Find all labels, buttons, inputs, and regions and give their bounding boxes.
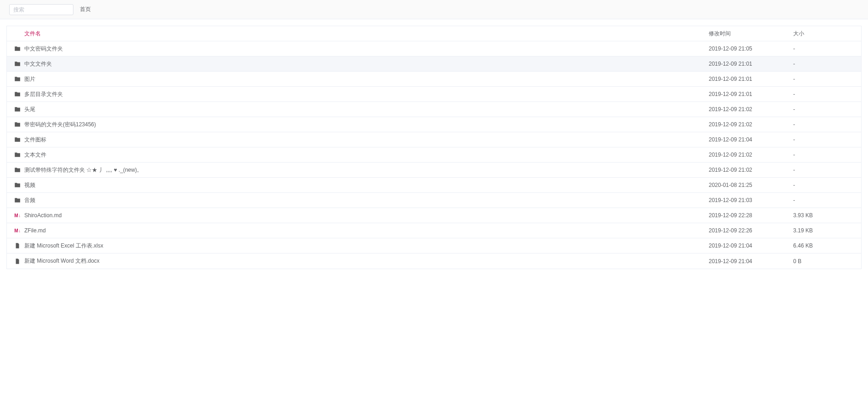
table-row[interactable]: 图片2019-12-09 21:01- bbox=[7, 72, 861, 87]
table-row[interactable]: 测试带特殊字符的文件夹 ☆★ 丿 ,,,, ♥ ._(new)。2019-12-… bbox=[7, 163, 861, 178]
row-icon bbox=[11, 242, 24, 249]
folder-icon bbox=[14, 91, 21, 97]
row-mtime: 2019-12-09 21:01 bbox=[709, 61, 793, 67]
row-mtime: 2020-01-08 21:25 bbox=[709, 182, 793, 188]
row-name: 新建 Microsoft Word 文档.docx bbox=[24, 257, 709, 265]
row-size: - bbox=[793, 91, 857, 97]
folder-icon bbox=[14, 197, 21, 203]
row-icon: M↓ bbox=[11, 213, 24, 218]
row-icon bbox=[11, 91, 24, 97]
row-mtime: 2019-12-09 21:04 bbox=[709, 258, 793, 265]
row-icon bbox=[11, 106, 24, 113]
table-row[interactable]: 中文密码文件夹2019-12-09 21:05- bbox=[7, 41, 861, 56]
row-mtime: 2019-12-09 21:01 bbox=[709, 91, 793, 97]
table-row[interactable]: 头尾2019-12-09 21:02- bbox=[7, 102, 861, 117]
breadcrumb-home[interactable]: 首页 bbox=[80, 6, 91, 13]
table-row[interactable]: 音频2019-12-09 21:03- bbox=[7, 193, 861, 208]
row-name: 新建 Microsoft Excel 工作表.xlsx bbox=[24, 242, 709, 250]
row-icon bbox=[11, 152, 24, 158]
row-mtime: 2019-12-09 21:02 bbox=[709, 121, 793, 128]
table-row[interactable]: 多层目录文件夹2019-12-09 21:01- bbox=[7, 87, 861, 102]
row-mtime: 2019-12-09 21:02 bbox=[709, 152, 793, 158]
row-icon bbox=[11, 136, 24, 143]
top-bar: 首页 bbox=[0, 0, 868, 19]
row-icon bbox=[11, 121, 24, 128]
row-size: - bbox=[793, 61, 857, 67]
row-mtime: 2019-12-09 21:01 bbox=[709, 76, 793, 82]
row-size: 0 B bbox=[793, 258, 857, 265]
row-mtime: 2019-12-09 22:28 bbox=[709, 212, 793, 219]
row-name: 带密码的文件夹(密码123456) bbox=[24, 121, 709, 129]
row-icon bbox=[11, 258, 24, 265]
row-size: - bbox=[793, 152, 857, 158]
row-icon bbox=[11, 45, 24, 52]
row-size: - bbox=[793, 136, 857, 143]
table-row[interactable]: 文件图标2019-12-09 21:04- bbox=[7, 132, 861, 147]
file-icon bbox=[14, 258, 21, 265]
folder-icon bbox=[14, 182, 21, 188]
row-size: 3.19 KB bbox=[793, 227, 857, 234]
row-size: - bbox=[793, 197, 857, 203]
row-mtime: 2019-12-09 21:04 bbox=[709, 242, 793, 249]
row-name: 文件图标 bbox=[24, 136, 709, 144]
folder-icon bbox=[14, 45, 21, 52]
row-size: - bbox=[793, 45, 857, 52]
row-size: - bbox=[793, 76, 857, 82]
markdown-icon: M↓ bbox=[14, 213, 20, 218]
search-input[interactable] bbox=[9, 4, 73, 15]
row-name: 多层目录文件夹 bbox=[24, 90, 709, 98]
table-row[interactable]: 带密码的文件夹(密码123456)2019-12-09 21:02- bbox=[7, 117, 861, 132]
row-size: 3.93 KB bbox=[793, 212, 857, 219]
file-table: 文件名 修改时间 大小 中文密码文件夹2019-12-09 21:05-中文文件… bbox=[6, 26, 862, 269]
col-mtime-header[interactable]: 修改时间 bbox=[709, 30, 793, 38]
folder-icon bbox=[14, 167, 21, 173]
row-name: 文本文件 bbox=[24, 151, 709, 159]
row-name: 视频 bbox=[24, 181, 709, 189]
row-mtime: 2019-12-09 21:05 bbox=[709, 45, 793, 52]
folder-icon bbox=[14, 76, 21, 82]
row-mtime: 2019-12-09 22:26 bbox=[709, 227, 793, 234]
row-name: ShiroAction.md bbox=[24, 212, 709, 219]
folder-icon bbox=[14, 136, 21, 143]
row-name: 音频 bbox=[24, 197, 709, 204]
row-mtime: 2019-12-09 21:02 bbox=[709, 106, 793, 113]
row-name: 图片 bbox=[24, 75, 709, 83]
row-icon: M↓ bbox=[11, 228, 24, 233]
row-mtime: 2019-12-09 21:03 bbox=[709, 197, 793, 203]
row-name: ZFile.md bbox=[24, 227, 709, 234]
row-size: - bbox=[793, 167, 857, 173]
row-name: 头尾 bbox=[24, 106, 709, 113]
row-name: 中文文件夹 bbox=[24, 60, 709, 68]
row-icon bbox=[11, 167, 24, 173]
markdown-icon: M↓ bbox=[14, 228, 20, 233]
folder-icon bbox=[14, 152, 21, 158]
table-row[interactable]: M↓ZFile.md2019-12-09 22:263.19 KB bbox=[7, 223, 861, 238]
row-icon bbox=[11, 197, 24, 203]
table-row[interactable]: M↓ShiroAction.md2019-12-09 22:283.93 KB bbox=[7, 208, 861, 223]
row-icon bbox=[11, 182, 24, 188]
col-size-header[interactable]: 大小 bbox=[793, 30, 857, 38]
table-row[interactable]: 视频2020-01-08 21:25- bbox=[7, 178, 861, 193]
row-name: 中文密码文件夹 bbox=[24, 45, 709, 53]
folder-icon bbox=[14, 106, 21, 113]
row-icon bbox=[11, 76, 24, 82]
row-size: 6.46 KB bbox=[793, 242, 857, 249]
row-size: - bbox=[793, 182, 857, 188]
col-name-header[interactable]: 文件名 bbox=[24, 30, 709, 38]
table-row[interactable]: 中文文件夹2019-12-09 21:01- bbox=[7, 56, 861, 72]
table-row[interactable]: 新建 Microsoft Excel 工作表.xlsx2019-12-09 21… bbox=[7, 238, 861, 253]
folder-icon bbox=[14, 61, 21, 67]
table-header: 文件名 修改时间 大小 bbox=[7, 26, 861, 41]
row-size: - bbox=[793, 121, 857, 128]
table-row[interactable]: 新建 Microsoft Word 文档.docx2019-12-09 21:0… bbox=[7, 253, 861, 269]
row-size: - bbox=[793, 106, 857, 113]
row-icon bbox=[11, 61, 24, 67]
table-row[interactable]: 文本文件2019-12-09 21:02- bbox=[7, 147, 861, 163]
row-name: 测试带特殊字符的文件夹 ☆★ 丿 ,,,, ♥ ._(new)。 bbox=[24, 166, 709, 174]
row-mtime: 2019-12-09 21:04 bbox=[709, 136, 793, 143]
folder-icon bbox=[14, 121, 21, 128]
row-mtime: 2019-12-09 21:02 bbox=[709, 167, 793, 173]
file-icon bbox=[14, 242, 21, 249]
